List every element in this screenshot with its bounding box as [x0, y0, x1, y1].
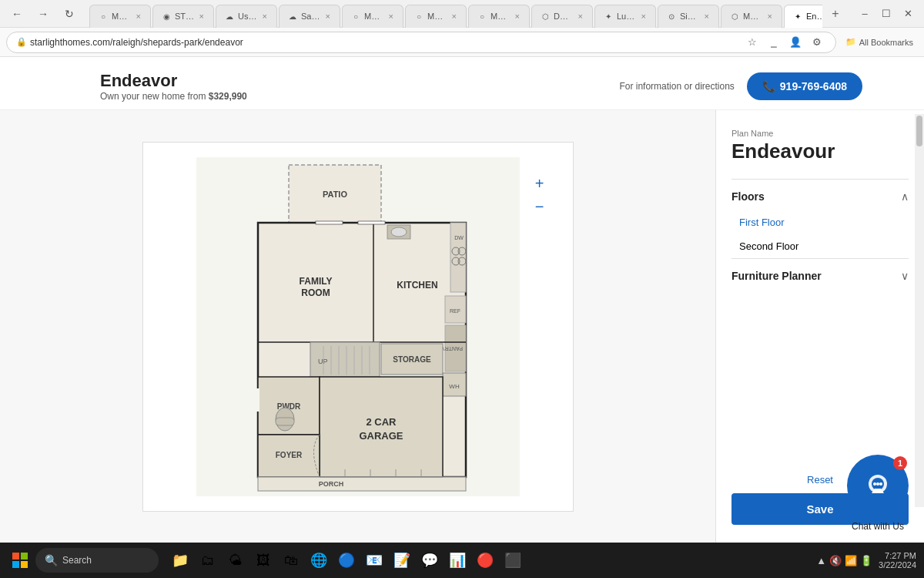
taskbar-app-store[interactable]: 🛍: [279, 548, 303, 573]
explorer-icon: 🗂: [201, 553, 215, 569]
plan-name-label: Plan Name: [732, 129, 909, 138]
tab-favicon-tab10: ⊙: [666, 11, 677, 22]
floor-item-first[interactable]: First Floor: [732, 210, 909, 234]
svg-rect-49: [358, 221, 385, 224]
taskbar-app-app2[interactable]: 💬: [417, 548, 442, 573]
taskbar-app-app3[interactable]: 🔴: [473, 548, 497, 573]
taskbar-volume-icon[interactable]: 🔇: [829, 555, 842, 566]
tab-favicon-tab11: ⬡: [729, 11, 740, 22]
tab-title-tab12: Endea: [806, 12, 822, 21]
taskbar-clock[interactable]: 7:27 PM 3/22/2024: [879, 551, 916, 570]
svg-text:FAMILY: FAMILY: [299, 276, 332, 287]
chat-badge: 1: [893, 456, 907, 470]
taskbar-right: ▲ 🔇 📶 🔋 7:27 PM 3/22/2024: [816, 551, 916, 570]
taskbar-chevron-icon[interactable]: ▲: [816, 555, 826, 566]
taskbar-app-chrome[interactable]: 🌐: [306, 548, 331, 573]
browser-tab-tab4[interactable]: ☁ SalesF ×: [279, 5, 340, 28]
new-tab-button[interactable]: +: [825, 4, 845, 24]
svg-rect-41: [258, 477, 466, 491]
taskbar-sys-icons: ▲ 🔇 📶 🔋: [816, 555, 872, 566]
zoom-in-button[interactable]: +: [530, 173, 550, 193]
taskbar-app-excel[interactable]: 📊: [445, 548, 470, 573]
back-btn[interactable]: ←: [6, 3, 28, 25]
svg-point-56: [876, 482, 879, 486]
tab-title-tab9: Luna -: [617, 12, 637, 21]
taskbar-search-bar[interactable]: 🔍 Search: [35, 548, 159, 573]
svg-text:REF: REF: [450, 308, 460, 314]
browser-tab-tab6[interactable]: ○ My Ap ×: [405, 5, 467, 28]
tab-favicon-tab6: ○: [413, 11, 424, 22]
chrome-icon: 🌐: [310, 552, 327, 569]
bookmarks-button[interactable]: 📁 All Bookmarks: [841, 35, 918, 49]
tab-close-tab11[interactable]: ×: [766, 11, 774, 22]
word-icon: 📝: [393, 552, 410, 569]
browser-tab-tab1[interactable]: ○ My Ap ×: [89, 5, 151, 28]
windows-start-button[interactable]: [8, 548, 32, 573]
tab-close-tab8[interactable]: ×: [577, 11, 584, 22]
browser-tab-tab2[interactable]: ◉ STR - ×: [152, 5, 214, 28]
browser-titlebar: ← → ↻ ○ My Ap × ◉ STR - × ☁ Useful × ☁ S…: [0, 0, 924, 28]
tab-close-tab10[interactable]: ×: [703, 11, 711, 22]
tab-favicon-tab8: ⬡: [540, 11, 551, 22]
browser-tab-tab12[interactable]: ✦ Endea ×: [784, 5, 822, 28]
main-layout: + − PATIO: [0, 110, 924, 543]
taskbar-app-files[interactable]: 📁: [168, 548, 192, 573]
browser-tab-tab8[interactable]: ⬡ DB: Vi ×: [531, 5, 593, 28]
svg-rect-50: [256, 388, 259, 412]
browser-tab-tab11[interactable]: ⬡ Memb ×: [721, 5, 782, 28]
taskbar-app-weather[interactable]: 🌤: [223, 548, 248, 573]
tab-favicon-tab12: ✦: [792, 11, 803, 22]
taskbar-app-word[interactable]: 📝: [390, 548, 414, 573]
svg-text:WH: WH: [449, 383, 460, 390]
refresh-btn[interactable]: ↻: [59, 3, 80, 25]
phone-icon: 📞: [762, 80, 775, 92]
minimize-button[interactable]: –: [855, 4, 875, 24]
floors-section-header[interactable]: Floors ∧: [732, 190, 909, 210]
taskbar-search-icon: 🔍: [45, 554, 58, 566]
chat-button[interactable]: 1: [847, 455, 909, 516]
svg-rect-48: [316, 221, 343, 224]
taskbar-network-icon[interactable]: 📶: [845, 555, 857, 566]
settings-btn[interactable]: ⚙: [808, 33, 826, 52]
svg-rect-58: [12, 553, 19, 560]
app2-icon: 💬: [421, 552, 438, 569]
taskbar-battery-icon[interactable]: 🔋: [860, 555, 872, 566]
browser-tab-tab5[interactable]: ○ My Ap ×: [342, 5, 403, 28]
taskbar-app-outlook[interactable]: 📧: [362, 548, 387, 573]
lock-icon: 🔒: [16, 37, 27, 47]
extensions-btn[interactable]: ⎯: [765, 33, 783, 52]
tab-close-tab4[interactable]: ×: [324, 11, 332, 22]
profile-btn[interactable]: 👤: [786, 33, 805, 52]
browser-tab-tab10[interactable]: ⊙ Sign I ×: [658, 5, 719, 28]
terminal-icon: ⬛: [504, 552, 521, 569]
browser-tab-tab7[interactable]: ○ My Ap ×: [468, 5, 530, 28]
zoom-out-button[interactable]: −: [530, 197, 550, 217]
tab-title-tab1: My Ap: [112, 12, 132, 21]
svg-text:PORCH: PORCH: [318, 480, 343, 488]
weather-icon: 🌤: [229, 553, 243, 569]
taskbar-app-edge[interactable]: 🔵: [334, 548, 359, 573]
tab-close-tab9[interactable]: ×: [640, 11, 648, 22]
tab-title-tab10: Sign I: [680, 12, 700, 21]
taskbar-app-terminal[interactable]: ⬛: [500, 548, 525, 573]
floor-item-second[interactable]: Second Floor: [732, 234, 909, 258]
tab-close-tab2[interactable]: ×: [198, 11, 206, 22]
furniture-section-header[interactable]: Furniture Planner ∨: [732, 270, 909, 290]
taskbar-app-photos[interactable]: 🖼: [251, 548, 276, 573]
browser-tab-tab9[interactable]: ✦ Luna - ×: [594, 5, 656, 28]
close-button[interactable]: ✕: [898, 4, 918, 24]
tab-close-tab7[interactable]: ×: [514, 11, 521, 22]
svg-text:PANTRY: PANTRY: [440, 346, 462, 351]
browser-scrollbar[interactable]: [915, 114, 924, 507]
forward-btn[interactable]: →: [32, 3, 54, 25]
maximize-button[interactable]: ☐: [876, 4, 896, 24]
taskbar-app-explorer[interactable]: 🗂: [196, 548, 220, 573]
tab-close-tab1[interactable]: ×: [135, 11, 142, 22]
call-button[interactable]: 📞 919-769-6408: [747, 72, 862, 100]
star-btn[interactable]: ☆: [743, 33, 762, 52]
tab-close-tab3[interactable]: ×: [261, 11, 269, 22]
tab-close-tab6[interactable]: ×: [450, 11, 458, 22]
tab-close-tab5[interactable]: ×: [387, 11, 395, 22]
browser-tab-tab3[interactable]: ☁ Useful ×: [216, 5, 277, 28]
address-bar[interactable]: 🔒 starlighthomes.com/raleigh/shepards-pa…: [6, 32, 836, 53]
